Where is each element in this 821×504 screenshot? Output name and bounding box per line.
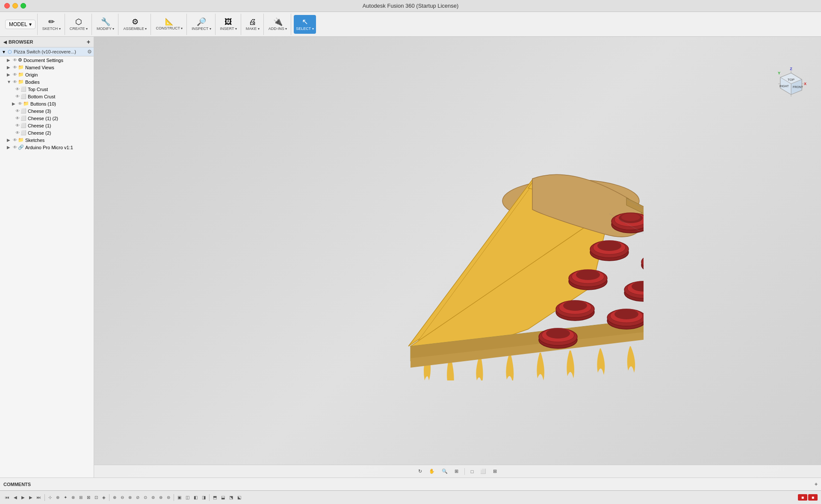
svg-text:Z: Z (790, 67, 792, 71)
status-nav-next[interactable]: ▶ (27, 494, 34, 501)
3d-viewport[interactable]: TOP FRONT RIGHT Z X Y ↻ ✋ 🔍 ⊞ (94, 37, 821, 477)
addins-label: ADD-INS ▾ (269, 27, 287, 31)
body-icon-cheese3: ⬜ (21, 108, 27, 114)
toolbar-insert-button[interactable]: 🖼 INSERT ▾ (218, 15, 239, 34)
tree-item-bodies[interactable]: ▼ 👁 📁 Bodies (0, 78, 94, 85)
tree-item-buttons[interactable]: ▶ 👁 📁 Buttons (10) (0, 100, 94, 107)
status-btn-3[interactable]: ✦ (62, 494, 69, 501)
browser-document-item[interactable]: ▼ ⬡ Pizza Switch (v10-recovere...) ⚙ (0, 47, 94, 56)
status-btn-11[interactable]: ⊗ (127, 494, 133, 501)
eye-icon-bodies: 👁 (13, 80, 17, 84)
browser-header: ◀ BROWSER + (0, 37, 94, 47)
tree-arrow-sketches: ▶ (7, 138, 13, 142)
doc-icon: ⬡ (8, 49, 12, 55)
status-error-indicator[interactable]: ■ (798, 494, 807, 501)
minimize-button[interactable] (12, 3, 18, 9)
tree-item-bottom-crust[interactable]: 👁 ⬜ Bottom Crust (0, 93, 94, 100)
status-btn-5[interactable]: ⊞ (77, 494, 84, 501)
folder-icon-bodies: 📁 (18, 79, 24, 85)
viewport-pan-btn[interactable]: ✋ (426, 468, 437, 475)
status-btn-10[interactable]: ⊖ (119, 494, 126, 501)
construct-icon: 📐 (165, 18, 174, 25)
status-btn-13[interactable]: ⊙ (142, 494, 149, 501)
toolbar-inspect-button[interactable]: 🔎 INSPECT ▾ (189, 15, 213, 34)
tree-item-cheese12[interactable]: 👁 ⬜ Cheese (1) (2) (0, 115, 94, 122)
toolbar-modify-button[interactable]: 🔧 MODIFY ▾ (95, 15, 116, 34)
toolbar-sketch-button[interactable]: ✏ SKETCH ▾ (40, 15, 63, 34)
status-btn-19[interactable]: ◧ (192, 494, 199, 501)
status-btn-6[interactable]: ⊠ (85, 494, 92, 501)
tree-label-doc-settings: Document Settings (24, 58, 63, 63)
viewport-orbit-btn[interactable]: ↻ (416, 468, 425, 475)
status-btn-24[interactable]: ⬕ (236, 494, 243, 501)
tree-label-cheese3: Cheese (3) (28, 109, 51, 114)
tree-item-named-views[interactable]: ▶ 👁 📁 Named Views (0, 64, 94, 71)
status-nav-prev[interactable]: ◀ (12, 494, 19, 501)
status-btn-8[interactable]: ◈ (100, 494, 107, 501)
status-nav-play[interactable]: ▶ (20, 494, 27, 501)
status-btn-20[interactable]: ◨ (200, 494, 207, 501)
status-btn-4[interactable]: ⊗ (70, 494, 77, 501)
body-icon-cheese2: ⬜ (21, 130, 27, 136)
toolbar-create-button[interactable]: ⬡ CREATE ▾ (68, 15, 90, 34)
viewport-zoom-btn[interactable]: 🔍 (439, 468, 450, 475)
tree-item-top-crust[interactable]: 👁 ⬜ Top Crust (0, 85, 94, 93)
status-btn-2[interactable]: ⊕ (54, 494, 61, 501)
svg-text:Y: Y (778, 71, 780, 75)
sketch-label: SKETCH ▾ (42, 27, 61, 31)
select-label: SELECT ▾ (296, 27, 313, 31)
display-icon: ⬜ (480, 469, 486, 474)
toolbar-make-button[interactable]: 🖨 MAKE ▾ (244, 15, 262, 34)
make-label: MAKE ▾ (246, 27, 260, 31)
viewport-grid-btn[interactable]: ⊞ (490, 468, 499, 475)
viewport-fit-btn[interactable]: ⊞ (452, 468, 461, 475)
status-btn-21[interactable]: ⬒ (211, 494, 219, 501)
tree-item-arduino[interactable]: ▶ 👁 🔗 Arduino Pro Micro v1:1 (0, 144, 94, 151)
navigation-cube[interactable]: TOP FRONT RIGHT Z X Y (774, 67, 808, 101)
comments-bar[interactable]: COMMENTS + (0, 477, 821, 490)
status-btn-16[interactable]: ⊜ (165, 494, 172, 501)
toolbar-select-button[interactable]: ↖ SELECT ▾ (294, 15, 316, 34)
viewport-view-btn[interactable]: □ (468, 468, 476, 475)
eye-icon-bottom-crust: 👁 (15, 94, 20, 99)
body-icon-bottom-crust: ⬜ (21, 94, 27, 99)
tree-item-cheese2[interactable]: 👁 ⬜ Cheese (2) (0, 129, 94, 136)
main-area: ◀ BROWSER + ▼ ⬡ Pizza Switch (v10-recove… (0, 37, 821, 477)
status-btn-22[interactable]: ⬓ (219, 494, 227, 501)
doc-settings-icon[interactable]: ⚙ (87, 49, 92, 55)
status-btn-1[interactable]: ⊹ (47, 494, 53, 501)
model-dropdown[interactable]: MODEL ▾ (5, 20, 35, 29)
maximize-button[interactable] (21, 3, 26, 9)
create-label: CREATE ▾ (70, 27, 88, 31)
construct-label: CONSTRUCT ▾ (156, 26, 183, 30)
status-btn-9[interactable]: ⊕ (111, 494, 118, 501)
status-nav-first[interactable]: ⏮ (3, 494, 11, 501)
browser-collapse-arrow[interactable]: ◀ (3, 40, 7, 44)
status-btn-14[interactable]: ⊚ (150, 494, 157, 501)
eye-icon-cheese1: 👁 (15, 123, 20, 128)
status-sep-3 (174, 494, 174, 501)
tree-item-cheese3[interactable]: 👁 ⬜ Cheese (3) (0, 107, 94, 115)
toolbar-assemble-button[interactable]: ⚙ ASSEMBLE ▾ (121, 15, 149, 34)
select-icon: ↖ (302, 18, 308, 26)
tree-item-doc-settings[interactable]: ▶ 👁 ⚙ Document Settings (0, 56, 94, 64)
status-btn-17[interactable]: ▣ (176, 494, 183, 501)
status-nav-last[interactable]: ⏭ (35, 494, 43, 501)
toolbar-addins-button[interactable]: 🔌 ADD-INS ▾ (266, 15, 289, 34)
tree-item-cheese1[interactable]: 👁 ⬜ Cheese (1) (0, 122, 94, 129)
tree-item-sketches[interactable]: ▶ 👁 📁 Sketches (0, 136, 94, 144)
tree-item-origin[interactable]: ▶ 👁 📁 Origin (0, 71, 94, 78)
tree-label-cheese1: Cheese (1) (28, 123, 51, 128)
viewport-display-btn[interactable]: ⬜ (478, 468, 489, 475)
status-btn-7[interactable]: ⊡ (93, 494, 100, 501)
comments-toggle[interactable]: + (815, 481, 818, 487)
status-error-indicator-2[interactable]: ■ (808, 494, 818, 501)
zoom-icon: 🔍 (442, 469, 448, 474)
close-button[interactable] (4, 3, 10, 9)
status-btn-23[interactable]: ⬔ (227, 494, 235, 501)
status-btn-18[interactable]: ◫ (184, 494, 191, 501)
toolbar-construct-button[interactable]: 📐 CONSTRUCT ▾ (154, 15, 185, 34)
status-btn-15[interactable]: ⊛ (157, 494, 164, 501)
status-btn-12[interactable]: ⊘ (134, 494, 141, 501)
browser-add-button[interactable]: + (87, 38, 90, 45)
